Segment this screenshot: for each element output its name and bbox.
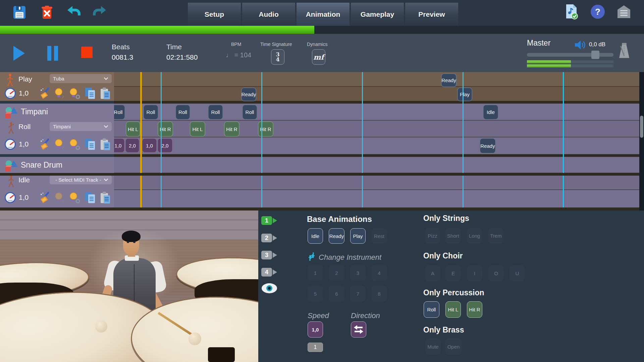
clean-broom-icon[interactable] bbox=[40, 138, 50, 150]
timeline-block[interactable]: Ready bbox=[441, 73, 457, 87]
camera-2-button[interactable]: 2 bbox=[261, 234, 272, 242]
base-anim-rest-button[interactable]: Rest bbox=[371, 228, 387, 244]
strings-pizz-button[interactable]: Pizz bbox=[425, 228, 440, 244]
dynamics-button[interactable]: mf bbox=[312, 49, 325, 65]
bulb-note-icon[interactable]: ♪ bbox=[54, 138, 66, 150]
timeline-block[interactable]: Hit R bbox=[258, 121, 273, 137]
time-signature-button[interactable]: 3 4 bbox=[271, 49, 284, 65]
choir-u-button[interactable]: U bbox=[509, 265, 525, 281]
base-anim-idle-button[interactable]: Idle bbox=[308, 228, 323, 244]
timeline-scrollbar-thumb[interactable] bbox=[640, 116, 643, 138]
tab-setup[interactable]: Setup bbox=[188, 3, 241, 26]
help-button[interactable]: ? bbox=[590, 4, 605, 19]
timeline-block[interactable]: 1,0 bbox=[142, 138, 157, 153]
bulb-note-icon-disabled[interactable]: ♪ bbox=[54, 192, 66, 204]
speed-value-button[interactable]: 1,0 bbox=[308, 321, 323, 338]
tab-preview[interactable]: Preview bbox=[405, 3, 458, 26]
base-anim-ready-button[interactable]: Ready bbox=[329, 228, 344, 244]
camera-4-button[interactable]: 4 bbox=[261, 268, 272, 277]
timeline-block[interactable]: 2,0 bbox=[125, 138, 140, 153]
camera-1-button[interactable]: 1 bbox=[261, 216, 272, 225]
clean-broom-icon[interactable] bbox=[40, 87, 50, 100]
instrument-8-button[interactable]: 8 bbox=[371, 286, 387, 302]
eye-visibility-button[interactable] bbox=[261, 283, 278, 294]
instrument-4-button[interactable]: 4 bbox=[371, 265, 387, 281]
stop-button[interactable] bbox=[81, 47, 93, 58]
timeline-block[interactable]: Ready bbox=[480, 138, 496, 154]
brass-mute-button[interactable]: Mute bbox=[425, 338, 441, 355]
bulb-gear-icon[interactable] bbox=[69, 138, 81, 150]
midi-track-dropdown-snare[interactable]: - Select MIDI Track - bbox=[50, 175, 112, 184]
timeline-row-tuba-speed[interactable] bbox=[114, 86, 639, 101]
library-button[interactable] bbox=[616, 4, 631, 19]
base-anim-play-button[interactable]: Play bbox=[350, 228, 366, 244]
tab-animation[interactable]: Animation bbox=[297, 3, 350, 26]
timeline-block[interactable]: Roll bbox=[114, 105, 125, 120]
midi-track-dropdown-timpani[interactable]: Timpani bbox=[50, 122, 112, 131]
percussion-hit-l-button[interactable]: Hit L bbox=[445, 301, 461, 318]
bulb-note-icon[interactable]: ♪ bbox=[54, 87, 66, 100]
metronome-icon[interactable] bbox=[617, 43, 631, 59]
timeline-block[interactable]: 1,0 bbox=[114, 138, 125, 153]
instrument-7-button[interactable]: 7 bbox=[350, 286, 366, 302]
paste-icon[interactable] bbox=[100, 87, 111, 100]
master-volume-slider[interactable] bbox=[527, 53, 613, 57]
percussion-hit-r-button[interactable]: Hit R bbox=[467, 301, 482, 318]
music-file-status-button[interactable] bbox=[565, 4, 579, 19]
bulb-gear-icon[interactable] bbox=[69, 87, 81, 100]
clean-broom-icon[interactable] bbox=[40, 192, 50, 204]
play-button[interactable] bbox=[13, 46, 25, 61]
timeline-block[interactable]: Idle bbox=[483, 105, 498, 120]
timeline-block[interactable]: 2,0 bbox=[157, 138, 173, 153]
save-button[interactable] bbox=[12, 5, 27, 20]
tab-audio[interactable]: Audio bbox=[242, 3, 295, 26]
timeline-block[interactable]: Hit L bbox=[190, 121, 205, 137]
timeline-block[interactable]: Roll bbox=[175, 105, 190, 120]
strings-short-button[interactable]: Short bbox=[445, 228, 461, 244]
speed-preset-button[interactable]: 1 bbox=[308, 343, 323, 352]
instrument-2-button[interactable]: 2 bbox=[329, 265, 344, 281]
copy-icon[interactable] bbox=[85, 138, 96, 151]
speaker-icon[interactable] bbox=[574, 40, 586, 50]
pause-button[interactable] bbox=[47, 46, 58, 61]
timeline-block[interactable]: Hit L bbox=[126, 121, 140, 137]
timeline-block[interactable]: Hit R bbox=[224, 121, 239, 137]
timeline-row-snare-header[interactable] bbox=[114, 157, 639, 173]
timeline-row-tuba-anim[interactable] bbox=[114, 72, 639, 86]
paste-icon[interactable] bbox=[100, 138, 111, 151]
delete-project-button[interactable] bbox=[40, 5, 54, 20]
choir-i-button[interactable]: I bbox=[467, 265, 482, 281]
instrument-3-button[interactable]: 3 bbox=[350, 265, 366, 281]
brass-open-button[interactable]: Open bbox=[445, 338, 462, 355]
choir-o-button[interactable]: O bbox=[488, 265, 504, 281]
redo-button[interactable] bbox=[92, 5, 107, 20]
3d-preview-viewport[interactable] bbox=[0, 210, 258, 362]
playhead-cursor[interactable] bbox=[140, 72, 142, 210]
timeline-block[interactable]: Roll bbox=[208, 105, 223, 120]
instrument-1-button[interactable]: 1 bbox=[308, 265, 323, 281]
copy-icon[interactable] bbox=[85, 191, 96, 204]
timeline-block[interactable]: Roll bbox=[242, 105, 257, 120]
instrument-5-button[interactable]: 5 bbox=[308, 286, 323, 302]
camera-3-button[interactable]: 3 bbox=[261, 251, 272, 259]
bpm-value[interactable]: ♩ = 104 bbox=[226, 51, 251, 59]
timeline-row-timpani-header[interactable] bbox=[114, 104, 639, 120]
percussion-roll-button[interactable]: Roll bbox=[424, 301, 439, 318]
timeline-scrollbar[interactable] bbox=[639, 72, 644, 210]
strings-long-button[interactable]: Long bbox=[467, 228, 482, 244]
choir-e-button[interactable]: E bbox=[445, 265, 461, 281]
master-volume-thumb[interactable] bbox=[591, 51, 599, 59]
timeline-row-snare-speed[interactable] bbox=[114, 190, 639, 207]
timeline-block[interactable]: Hit R bbox=[158, 121, 173, 137]
tab-gameplay[interactable]: Gameplay bbox=[351, 3, 404, 26]
timeline-block[interactable]: Roll bbox=[143, 105, 158, 120]
copy-icon[interactable] bbox=[85, 87, 96, 100]
instrument-6-button[interactable]: 6 bbox=[329, 286, 344, 302]
timeline-row-timpani-speed[interactable] bbox=[114, 137, 639, 154]
undo-button[interactable] bbox=[66, 5, 81, 20]
direction-button[interactable] bbox=[351, 321, 366, 338]
animation-timeline[interactable]: Ready Ready Play Roll Roll Roll Roll Rol… bbox=[114, 72, 639, 210]
timeline-block[interactable]: Ready bbox=[241, 87, 256, 101]
midi-track-dropdown-tuba[interactable]: Tuba bbox=[50, 74, 112, 83]
bulb-gear-icon[interactable] bbox=[69, 192, 81, 204]
